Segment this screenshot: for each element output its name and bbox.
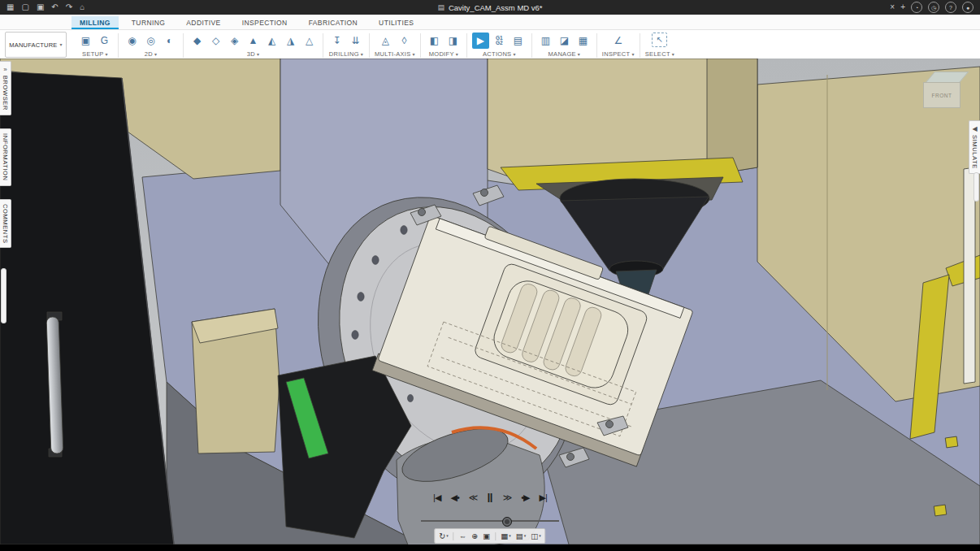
app-grid-icon[interactable]: ▦ bbox=[7, 3, 14, 11]
2d-contour-icon[interactable]: ◐ bbox=[161, 33, 178, 49]
dropdown-select[interactable]: SELECT ▾ bbox=[645, 50, 674, 59]
chevron-down-icon: ▾ bbox=[509, 534, 511, 538]
post-process-icon[interactable]: G1 G2 bbox=[491, 33, 508, 49]
parallel-icon[interactable]: ▲ bbox=[245, 33, 262, 49]
tab-utilities[interactable]: UTILITIES bbox=[371, 16, 422, 29]
timeline-track[interactable] bbox=[421, 520, 559, 522]
machine-library-icon[interactable]: ▦ bbox=[575, 33, 592, 49]
chevron-down-icon: ▾ bbox=[631, 52, 634, 57]
panel-tab-information[interactable]: INFORMATION bbox=[0, 128, 11, 186]
pan-icon[interactable]: ⇔ bbox=[459, 532, 467, 540]
profile-avatar[interactable]: ● bbox=[962, 2, 973, 13]
go-to-end-button[interactable]: ▶| bbox=[540, 493, 547, 502]
2d-adaptive-icon[interactable]: ◉ bbox=[124, 33, 141, 49]
dropdown-actions[interactable]: ACTIONS ▾ bbox=[483, 50, 516, 59]
panel-tab-browser[interactable]: »BROWSER bbox=[0, 61, 11, 115]
simulate-icon[interactable]: ▶ bbox=[472, 33, 489, 49]
new-tab-icon[interactable]: + bbox=[900, 3, 905, 11]
multi-axis-contour-icon[interactable]: ◊ bbox=[396, 33, 413, 49]
dropdown-drilling[interactable]: DRILLING ▾ bbox=[329, 50, 363, 59]
steep-and-shallow-icon[interactable]: ◈ bbox=[226, 33, 243, 49]
ribbon-group-manage: ▥◪▦MANAGE ▾ bbox=[533, 31, 596, 60]
chevron-down-icon: ▾ bbox=[672, 52, 674, 57]
trim-toolpath-icon[interactable]: ◧ bbox=[426, 33, 443, 49]
titlebar-left-icons: ▦▢▣↶↷⌂ bbox=[7, 3, 210, 11]
chevron-down-icon: ▾ bbox=[106, 52, 108, 57]
step-back-button[interactable]: ≪ bbox=[469, 493, 478, 502]
chevron-down-icon: ▾ bbox=[446, 534, 449, 538]
drill-icon[interactable]: ↧ bbox=[328, 33, 345, 49]
dropdown-inspect[interactable]: INSPECT ▾ bbox=[602, 50, 635, 59]
contour-icon[interactable]: ◭ bbox=[263, 33, 280, 49]
dropdown-multi-axis[interactable]: MULTI-AXIS ▾ bbox=[375, 50, 415, 59]
chevron-down-icon: ▾ bbox=[578, 52, 580, 57]
viewports-icon[interactable]: ◫▾ bbox=[531, 532, 541, 540]
ribbon-group-setup: ▣GSETUP ▾ bbox=[73, 31, 117, 60]
tab-inspection[interactable]: INSPECTION bbox=[234, 16, 296, 29]
bore-icon[interactable]: ⇊ bbox=[347, 33, 364, 49]
2d-pocket-icon[interactable]: ◎ bbox=[142, 33, 159, 49]
viewcube[interactable]: FRONT bbox=[921, 70, 967, 114]
simulation-timeline-slider[interactable] bbox=[421, 517, 559, 525]
panel-tab-simulate[interactable]: ◀SIMULATE bbox=[969, 120, 980, 174]
grid-icon[interactable]: ▤▾ bbox=[516, 532, 527, 540]
edit-toolpath-icon[interactable]: ◨ bbox=[444, 33, 462, 49]
tab-milling[interactable]: MILLING bbox=[72, 16, 119, 29]
chevron-down-icon: ▾ bbox=[257, 52, 259, 57]
adaptive-clearing-icon[interactable]: ◆ bbox=[189, 33, 206, 49]
left-panel-tabs: »BROWSERINFORMATIONCOMMENTS bbox=[0, 61, 11, 248]
home-icon[interactable]: ⌂ bbox=[80, 3, 85, 11]
measure-icon[interactable]: ∠ bbox=[609, 33, 627, 49]
pocket-clearing-icon[interactable]: ◇ bbox=[207, 33, 224, 49]
task-manager-icon[interactable]: ◪ bbox=[556, 33, 573, 49]
dropdown-manage[interactable]: MANAGE ▾ bbox=[549, 50, 581, 59]
swarf-icon[interactable]: ◬ bbox=[377, 33, 394, 49]
viewport-3d[interactable]: »BROWSERINFORMATIONCOMMENTS ◀SIMULATE FR… bbox=[0, 59, 980, 544]
previous-operation-button[interactable]: ◀• bbox=[450, 493, 458, 502]
tab-additive[interactable]: ADDITIVE bbox=[178, 16, 228, 29]
ramp-icon[interactable]: ◮ bbox=[282, 33, 299, 49]
viewcube-front-face[interactable]: FRONT bbox=[923, 82, 960, 108]
file-icon[interactable]: ▢ bbox=[21, 3, 28, 11]
machine-simulation-scene[interactable] bbox=[0, 59, 980, 544]
dropdown-2d[interactable]: 2D ▾ bbox=[145, 50, 158, 59]
next-operation-button[interactable]: •▶ bbox=[521, 493, 529, 502]
job-status-icon[interactable]: ◔ bbox=[911, 2, 922, 13]
tab-turning[interactable]: TURNING bbox=[124, 16, 174, 29]
left-scrollbar[interactable] bbox=[1, 268, 7, 323]
orbit-icon[interactable]: ↻▾ bbox=[439, 532, 448, 540]
close-tab-icon[interactable]: × bbox=[890, 3, 895, 11]
display-settings-icon[interactable]: ▦▾ bbox=[501, 532, 511, 540]
go-to-start-button[interactable]: |◀ bbox=[433, 493, 440, 502]
tool-library-icon[interactable]: ▥ bbox=[537, 33, 554, 49]
dropdown-modify[interactable]: MODIFY ▾ bbox=[429, 50, 458, 59]
undo-icon[interactable]: ↶ bbox=[51, 3, 58, 11]
notifications-icon[interactable]: ◷ bbox=[928, 2, 939, 13]
select-icon[interactable]: ↖ bbox=[652, 33, 667, 47]
redo-icon[interactable]: ↷ bbox=[66, 3, 72, 11]
yellow-marker-2 bbox=[934, 505, 947, 516]
document-tab[interactable]: ▤ Cavity_CAM_Assm MD v6* bbox=[210, 3, 770, 12]
save-icon[interactable]: ▣ bbox=[37, 3, 44, 11]
spiral-icon[interactable]: △ bbox=[301, 33, 318, 49]
panel-tab-comments[interactable]: COMMENTS bbox=[0, 199, 11, 249]
fusion-app-window: ▦▢▣↶↷⌂ ▤ Cavity_CAM_Assm MD v6* ×+◔◷?● M… bbox=[0, 0, 980, 551]
help-icon[interactable]: ? bbox=[945, 2, 956, 13]
ribbon-group-drilling: ↧⇊DRILLING ▾ bbox=[324, 31, 368, 60]
right-scrollbar[interactable] bbox=[973, 172, 979, 202]
dropdown-3d[interactable]: 3D ▾ bbox=[247, 50, 260, 59]
chevron-down-icon: ▾ bbox=[456, 52, 458, 57]
workspace-selector[interactable]: MANUFACTURE ▾ bbox=[5, 32, 67, 58]
fit-icon[interactable]: ▣ bbox=[483, 532, 490, 540]
setup-icon[interactable]: ▣ bbox=[77, 33, 94, 49]
nc-program-icon[interactable]: G bbox=[96, 33, 113, 49]
zoom-icon[interactable]: ⊕ bbox=[471, 532, 478, 540]
tab-fabrication[interactable]: FABRICATION bbox=[301, 16, 366, 29]
ribbon-group-modify: ◧◨MODIFY ▾ bbox=[422, 31, 466, 60]
step-forward-button[interactable]: ≫ bbox=[503, 493, 512, 502]
pause-button[interactable]: ‖ bbox=[487, 492, 492, 504]
dropdown-setup[interactable]: SETUP ▾ bbox=[82, 50, 108, 59]
setup-sheet-icon[interactable]: ▤ bbox=[510, 33, 527, 49]
document-icon: ▤ bbox=[437, 4, 444, 11]
ribbon-toolbar: MANUFACTURE ▾ ▣GSETUP ▾◉◎◐2D ▾◆◇◈▲◭◮△3D … bbox=[0, 30, 980, 61]
